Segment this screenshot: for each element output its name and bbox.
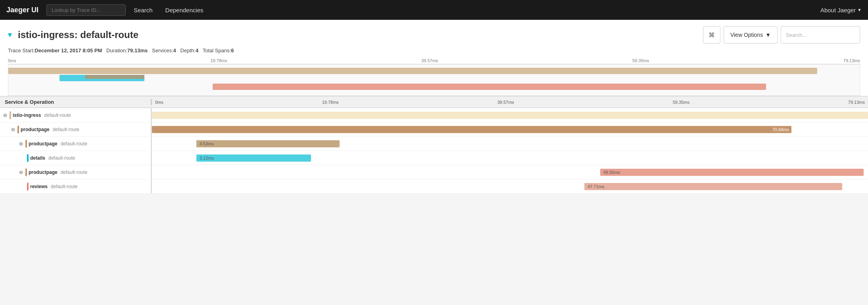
trace-meta: Trace Start:December 12, 2017 8:05 PM Du… (8, 48, 860, 53)
service-name: istio-ingress (13, 112, 41, 118)
span-row: details default-route 3.12ms (0, 151, 868, 165)
span-bar: 4.53ms (196, 140, 340, 147)
service-color-bar (17, 126, 19, 133)
span-timeline (151, 108, 868, 122)
service-color-bar (27, 183, 29, 191)
collapse-icon[interactable]: ⊖ (19, 141, 23, 147)
trace-services-value: 4 (173, 48, 176, 53)
trace-start-label: Trace Start: (8, 48, 35, 53)
span-label: ⊖ productpage default-route (0, 140, 151, 148)
trace-duration-label: Duration: (106, 48, 127, 53)
mini-bar-pp1 (85, 75, 144, 79)
span-bar: 49.55ms (600, 169, 864, 176)
span-bar: 47.71ms (584, 183, 842, 190)
mini-bar-pp2 (213, 84, 766, 90)
operation-name: default-route (61, 170, 87, 175)
section-label: Service & Operation (0, 99, 151, 105)
brand-logo: Jaeger UI (6, 6, 38, 14)
trace-depth-value: 4 (196, 48, 198, 53)
spans-list: ⊖ istio-ingress default-route ⊖ productp… (0, 108, 868, 194)
spans-table: Service & Operation 0ms 19.78ms 39.57ms … (0, 96, 868, 194)
section-ruler-3: 59.35ms (673, 100, 689, 105)
trace-search-input[interactable] (781, 26, 860, 44)
about-chevron-icon: ▼ (857, 8, 862, 12)
trace-toolbar: ⌘ View Options ▼ (703, 26, 860, 44)
trace-collapse-button[interactable]: ▾ (8, 30, 12, 39)
span-bar: 3.12ms (196, 154, 311, 162)
trace-start-value: December 12, 2017 8:05 PM (35, 48, 102, 53)
view-options-button[interactable]: View Options ▼ (724, 26, 778, 44)
span-bar (152, 112, 868, 119)
span-timeline: 4.53ms (151, 137, 868, 151)
span-label: ⊖ productpage default-route (0, 126, 151, 133)
service-name: details (30, 155, 45, 161)
service-color-bar (25, 168, 27, 176)
service-color-bar (27, 154, 29, 162)
collapse-icon[interactable]: ⊖ (19, 170, 23, 175)
trace-header: ▾ istio-ingress: default-route ⌘ View Op… (8, 26, 860, 44)
span-duration-label: 3.12ms (198, 156, 214, 160)
section-header-row: Service & Operation 0ms 19.78ms 39.57ms … (0, 96, 868, 108)
view-options-chevron-icon: ▼ (765, 32, 771, 38)
operation-name: default-route (48, 155, 75, 161)
trace-depth-label: Depth: (181, 48, 196, 53)
service-name: reviews (30, 184, 48, 189)
ruler-mark-3: 59.35ms (632, 58, 649, 63)
span-row: ⊖ productpage default-route 4.53ms (0, 137, 868, 151)
section-ruler-4: 79.13ms (848, 100, 865, 105)
service-name: productpage (29, 141, 58, 147)
span-bar: 70.68ms (152, 126, 791, 133)
span-label: reviews default-route (0, 183, 151, 191)
span-row: ⊖ productpage default-route 70.68ms (0, 122, 868, 137)
service-color-bar (10, 111, 11, 119)
main-content: ▾ istio-ingress: default-route ⌘ View Op… (0, 20, 868, 96)
section-ruler-0: 0ms (155, 100, 163, 105)
span-row: ⊖ istio-ingress default-route (0, 108, 868, 122)
section-ruler-1: 19.78ms (322, 100, 339, 105)
ruler-mark-4: 79.13ms (843, 58, 860, 63)
operation-name: default-route (53, 127, 79, 132)
span-duration-label: 47.71ms (586, 184, 604, 189)
trace-duration-value: 79.13ms (127, 48, 148, 53)
trace-lookup-input[interactable] (46, 4, 126, 16)
service-name: productpage (29, 170, 58, 175)
span-label: ⊖ istio-ingress default-route (0, 111, 151, 119)
trace-title: istio-ingress: default-route (18, 29, 138, 40)
about-jaeger-button[interactable]: About Jaeger ▼ (820, 7, 862, 13)
span-timeline: 49.55ms (151, 165, 868, 179)
span-duration-label: 49.55ms (602, 170, 620, 175)
span-timeline: 47.71ms (151, 179, 868, 193)
keyboard-shortcut-button[interactable]: ⌘ (703, 26, 720, 44)
operation-name: default-route (51, 184, 77, 189)
ruler-mark-1: 19.78ms (210, 58, 227, 63)
navbar: Jaeger UI Search Dependencies About Jaeg… (0, 0, 868, 20)
section-ruler-2: 39.57ms (497, 100, 514, 105)
service-name: productpage (21, 127, 50, 132)
span-label: details default-route (0, 154, 151, 162)
dependencies-nav-button[interactable]: Dependencies (161, 4, 208, 16)
mini-bar-istio (8, 68, 817, 74)
trace-spans-value: 6 (231, 48, 234, 53)
section-timeline-ruler: 0ms 19.78ms 39.57ms 59.35ms 79.13ms (151, 99, 868, 105)
timeline-ruler: 0ms 19.78ms 39.57ms 59.35ms 79.13ms (8, 57, 860, 64)
span-label: ⊖ productpage default-route (0, 168, 151, 176)
trace-spans-label: Total Spans: (203, 48, 231, 53)
span-row: reviews default-route 47.71ms (0, 179, 868, 194)
span-duration-label: 4.53ms (198, 141, 214, 146)
collapse-icon[interactable]: ⊖ (3, 112, 7, 118)
span-row: ⊖ productpage default-route 49.55ms (0, 165, 868, 179)
search-nav-button[interactable]: Search (129, 4, 157, 16)
collapse-icon[interactable]: ⊖ (11, 127, 15, 132)
operation-name: default-route (61, 141, 87, 147)
ruler-mark-2: 39.57ms (421, 58, 438, 63)
span-duration-label: 70.68ms (772, 127, 791, 132)
operation-name: default-route (44, 112, 71, 118)
trace-services-label: Services: (152, 48, 173, 53)
ruler-mark-0: 0ms (8, 58, 16, 63)
span-timeline: 70.68ms (151, 122, 868, 136)
span-timeline: 3.12ms (151, 151, 868, 165)
service-color-bar (25, 140, 27, 148)
mini-timeline (8, 64, 860, 96)
